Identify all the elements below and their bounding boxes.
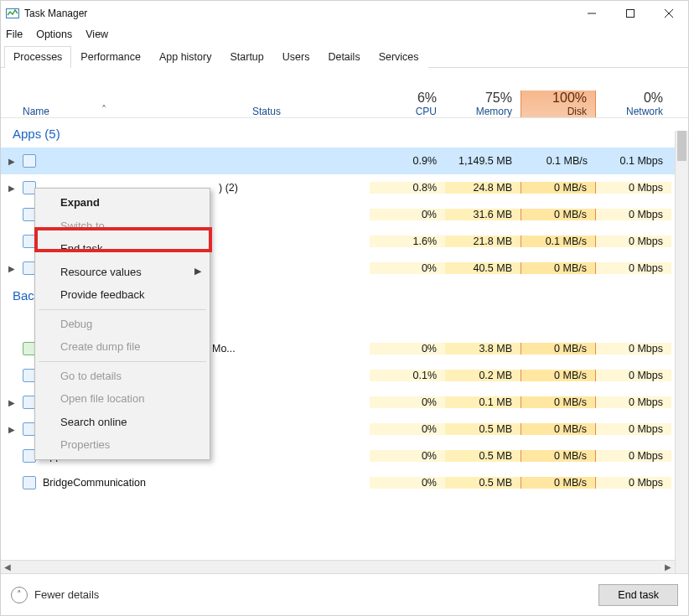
ctx-resource-values[interactable]: Resource values ▶ xyxy=(37,261,208,284)
process-name: BridgeCommunication xyxy=(43,477,146,489)
fewer-details-toggle[interactable]: ˄ Fewer details xyxy=(11,587,99,603)
ctx-switch-to: Switch to xyxy=(37,215,208,238)
cell-memory: 0.5 MB xyxy=(445,450,521,462)
column-disk[interactable]: 100% Disk xyxy=(521,91,596,117)
column-cpu[interactable]: 6% CPU xyxy=(370,91,445,117)
chevron-right-icon[interactable]: ▶ xyxy=(6,396,18,408)
cell-memory: 24.8 MB xyxy=(445,182,521,194)
cell-cpu: 0% xyxy=(370,423,445,435)
sort-indicator-icon: ˄ xyxy=(101,104,106,116)
maximize-button[interactable] xyxy=(611,1,650,26)
minimize-button[interactable] xyxy=(572,1,611,26)
cell-memory: 21.8 MB xyxy=(445,236,521,247)
column-name-label: Name xyxy=(23,106,49,117)
scroll-right-icon[interactable]: ▶ xyxy=(661,561,675,574)
separator xyxy=(39,361,206,362)
tab-services[interactable]: Services xyxy=(370,46,428,68)
column-name[interactable]: ˄ Name xyxy=(1,106,252,117)
tab-details[interactable]: Details xyxy=(319,46,369,68)
footer: ˄ Fewer details End task xyxy=(1,573,688,615)
cell-disk: 0 MB/s xyxy=(521,370,596,381)
group-background-partial: Bac xyxy=(6,288,34,303)
cell-memory: 0.5 MB xyxy=(445,477,521,489)
cell-network: 0 Mbps xyxy=(596,396,671,408)
column-memory[interactable]: 75% Memory xyxy=(445,91,521,117)
tab-processes[interactable]: Processes xyxy=(4,46,71,68)
cell-network: 0 Mbps xyxy=(596,262,671,274)
cell-network: 0 Mbps xyxy=(596,343,671,355)
process-name: ) (2) xyxy=(219,182,238,194)
ctx-properties: Properties xyxy=(37,433,208,457)
cell-cpu: 1.6% xyxy=(370,236,445,247)
ctx-open-file-location: Open file location xyxy=(37,387,208,411)
process-row[interactable]: ▶ 0.9% 1,149.5 MB 0.1 MB/s 0.1 Mbps xyxy=(1,148,688,174)
process-row[interactable]: ▶ BridgeCommunication 0% 0.5 MB 0 MB/s 0… xyxy=(1,469,688,496)
cell-cpu: 0.8% xyxy=(370,182,445,194)
cell-network: 0 Mbps xyxy=(596,182,671,194)
column-status-label: Status xyxy=(252,106,281,117)
context-menu: Expand Switch to End task Resource value… xyxy=(34,188,210,460)
horizontal-scrollbar[interactable]: ◀ ▶ xyxy=(1,560,675,573)
process-name: Mo... xyxy=(212,343,236,355)
memory-percent: 75% xyxy=(445,91,512,106)
cell-disk: 0 MB/s xyxy=(521,423,596,435)
end-task-button[interactable]: End task xyxy=(598,584,678,606)
tab-app-history[interactable]: App history xyxy=(150,46,221,68)
close-button[interactable] xyxy=(650,1,688,26)
menubar: File Options View xyxy=(1,26,688,45)
cell-memory: 0.2 MB xyxy=(445,370,521,381)
cell-cpu: 0% xyxy=(370,209,445,220)
app-icon xyxy=(23,476,36,489)
titlebar: Task Manager xyxy=(1,1,688,26)
scroll-left-icon[interactable]: ◀ xyxy=(1,561,14,574)
cell-network: 0 Mbps xyxy=(596,236,671,247)
cell-disk: 0.1 MB/s xyxy=(521,155,596,167)
column-header: ˄ Name Status 6% CPU 75% Memory 100% Dis… xyxy=(1,68,688,118)
cell-disk: 0 MB/s xyxy=(521,396,596,408)
tab-performance[interactable]: Performance xyxy=(71,46,150,68)
cell-memory: 0.1 MB xyxy=(445,396,521,408)
cell-network: 0.1 Mbps xyxy=(596,155,671,167)
disk-percent: 100% xyxy=(521,91,587,106)
cell-cpu: 0% xyxy=(370,343,445,355)
tab-strip: Processes Performance App history Startu… xyxy=(1,45,688,68)
task-manager-icon xyxy=(6,7,19,20)
column-status[interactable]: Status xyxy=(252,106,370,117)
ctx-provide-feedback[interactable]: Provide feedback xyxy=(37,283,208,307)
cell-cpu: 0% xyxy=(370,262,445,274)
menu-options[interactable]: Options xyxy=(36,28,72,40)
ctx-end-task[interactable]: End task xyxy=(37,237,208,261)
svg-rect-2 xyxy=(627,10,635,18)
menu-view[interactable]: View xyxy=(85,28,108,40)
cell-memory: 3.8 MB xyxy=(445,343,521,355)
cell-memory: 40.5 MB xyxy=(445,262,521,274)
cell-network: 0 Mbps xyxy=(596,370,671,381)
chevron-right-icon: ▶ xyxy=(194,264,201,278)
cell-disk: 0.1 MB/s xyxy=(521,236,596,247)
menu-file[interactable]: File xyxy=(6,28,23,40)
vertical-scrollbar[interactable] xyxy=(675,131,688,573)
disk-label: Disk xyxy=(521,106,587,117)
cell-disk: 0 MB/s xyxy=(521,209,596,220)
window-title: Task Manager xyxy=(24,8,87,19)
chevron-right-icon[interactable]: ▶ xyxy=(6,155,18,167)
tab-users[interactable]: Users xyxy=(273,46,319,68)
cell-cpu: 0% xyxy=(370,450,445,462)
cell-cpu: 0.1% xyxy=(370,370,445,381)
cell-disk: 0 MB/s xyxy=(521,262,596,274)
ctx-search-online[interactable]: Search online xyxy=(37,411,208,434)
cell-memory: 1,149.5 MB xyxy=(445,155,521,167)
scrollbar-thumb[interactable] xyxy=(677,131,686,161)
group-apps[interactable]: Apps (5) xyxy=(1,118,688,148)
cell-network: 0 Mbps xyxy=(596,477,671,489)
ctx-expand[interactable]: Expand xyxy=(37,191,208,215)
tab-startup[interactable]: Startup xyxy=(220,46,272,68)
cell-cpu: 0.9% xyxy=(370,155,445,167)
cell-disk: 0 MB/s xyxy=(521,343,596,355)
column-network[interactable]: 0% Network xyxy=(596,91,671,117)
cell-disk: 0 MB/s xyxy=(521,182,596,194)
chevron-right-icon[interactable]: ▶ xyxy=(6,262,18,274)
chevron-right-icon[interactable]: ▶ xyxy=(6,182,18,194)
cell-memory: 0.5 MB xyxy=(445,423,521,435)
chevron-right-icon[interactable]: ▶ xyxy=(6,423,18,435)
